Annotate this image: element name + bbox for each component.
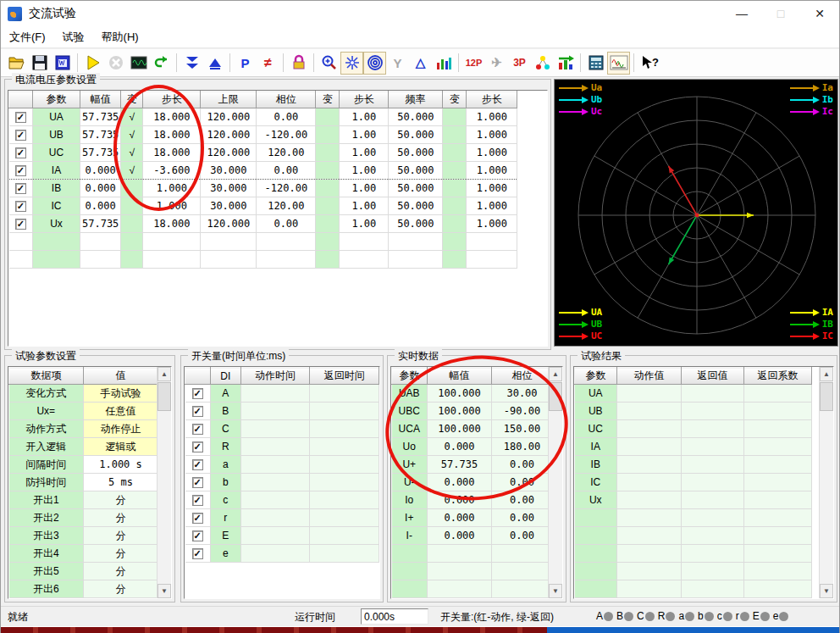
- three-phase-button[interactable]: 3P: [508, 52, 531, 75]
- param-value[interactable]: [316, 197, 340, 215]
- setting-value[interactable]: 分: [84, 545, 158, 563]
- param-value[interactable]: [121, 215, 143, 233]
- setting-row[interactable]: 开出1分: [9, 491, 158, 509]
- setting-name[interactable]: 开出3: [9, 527, 84, 545]
- main-col-header[interactable]: 变: [121, 92, 143, 108]
- setting-row[interactable]: Ux=任意值: [9, 403, 158, 420]
- param-value[interactable]: 57.735: [80, 144, 121, 162]
- result-param[interactable]: [575, 598, 617, 600]
- param-name[interactable]: IB: [33, 180, 80, 197]
- setting-row[interactable]: 开入逻辑逻辑或: [9, 438, 158, 456]
- param-value[interactable]: [443, 108, 467, 126]
- trend-chart-button[interactable]: [554, 52, 577, 75]
- param-row[interactable]: ✓Ux57.73518.000120.0000.001.0050.0001.00…: [9, 215, 517, 233]
- param-value[interactable]: 18.000: [143, 108, 201, 126]
- param-name[interactable]: IC: [33, 197, 80, 215]
- result-param[interactable]: UB: [575, 403, 617, 420]
- main-col-header[interactable]: 步长: [340, 92, 389, 108]
- row-checkbox[interactable]: ✓: [192, 424, 203, 435]
- param-value[interactable]: 1.00: [340, 126, 389, 144]
- row-checkbox[interactable]: ✓: [192, 495, 203, 506]
- setting-name[interactable]: 开出4: [9, 545, 84, 563]
- param-value[interactable]: 0.00: [257, 162, 316, 180]
- param-value[interactable]: 18.000: [143, 215, 201, 233]
- measure-amplitude[interactable]: 100.000: [428, 403, 492, 420]
- param-value[interactable]: 1.000: [467, 108, 517, 126]
- setting-value[interactable]: 分: [84, 491, 158, 509]
- measure-amplitude[interactable]: 0.000: [428, 491, 492, 509]
- test-params-header[interactable]: 数据项: [9, 368, 84, 385]
- row-checkbox[interactable]: ✓: [192, 459, 203, 470]
- save-report-button[interactable]: [51, 52, 74, 75]
- setting-row[interactable]: 动作方式动作停止: [9, 420, 158, 438]
- result-param[interactable]: IA: [575, 438, 617, 456]
- main-col-header[interactable]: 上限: [201, 92, 257, 108]
- realtime-scrollbar[interactable]: ▲ ▼: [548, 367, 562, 598]
- row-checkbox[interactable]: ✓: [192, 530, 203, 541]
- param-value[interactable]: √: [121, 108, 143, 126]
- measure-phase[interactable]: 0.00: [492, 527, 553, 545]
- param-value[interactable]: 50.000: [389, 197, 443, 215]
- row-checkbox[interactable]: ✓: [15, 201, 26, 212]
- di-name[interactable]: C: [210, 420, 240, 438]
- undo-button[interactable]: [150, 52, 173, 75]
- measure-phase[interactable]: 0.00: [492, 509, 553, 527]
- param-value[interactable]: √: [121, 144, 143, 162]
- burst-view-button[interactable]: [340, 52, 363, 75]
- param-value[interactable]: 50.000: [389, 215, 443, 233]
- close-button[interactable]: ✕: [800, 1, 839, 26]
- measure-name[interactable]: Uo: [392, 438, 428, 456]
- context-help-button[interactable]: ?: [638, 52, 660, 75]
- switch-row[interactable]: ✓A: [185, 385, 379, 403]
- switch-header[interactable]: [185, 368, 211, 385]
- param-name[interactable]: IA: [33, 162, 80, 180]
- param-value[interactable]: 18.000: [143, 126, 201, 144]
- scroll-up-icon[interactable]: ▲: [549, 367, 562, 381]
- row-checkbox[interactable]: ✓: [192, 477, 203, 488]
- realtime-header[interactable]: 参数: [392, 368, 428, 385]
- param-value[interactable]: 50.000: [389, 162, 443, 180]
- test-params-scrollbar[interactable]: ▲ ▼: [157, 367, 171, 598]
- param-value[interactable]: 50.000: [389, 108, 443, 126]
- realtime-header[interactable]: 幅值: [428, 368, 492, 385]
- param-value[interactable]: 30.000: [201, 162, 257, 180]
- measure-phase[interactable]: 0.00: [492, 474, 553, 491]
- switch-header[interactable]: 返回时间: [310, 368, 379, 385]
- row-checkbox[interactable]: ✓: [192, 441, 203, 453]
- setting-name[interactable]: 开入逻辑: [9, 438, 84, 456]
- row-checkbox[interactable]: ✓: [192, 548, 203, 559]
- setting-value[interactable]: 任意值: [84, 403, 158, 420]
- setting-name[interactable]: 变化方式: [9, 385, 84, 403]
- result-param[interactable]: UA: [575, 385, 617, 403]
- main-col-header[interactable]: 步长: [143, 92, 201, 108]
- param-name[interactable]: UB: [33, 126, 80, 144]
- measure-amplitude[interactable]: 0.000: [428, 509, 492, 527]
- param-value[interactable]: 1.00: [340, 180, 389, 197]
- menu-help[interactable]: 帮助(H): [93, 27, 147, 47]
- di-name[interactable]: e: [210, 545, 240, 563]
- param-value[interactable]: 0.000: [80, 197, 121, 215]
- di-name[interactable]: E: [210, 527, 240, 545]
- setting-row[interactable]: 开出3分: [9, 527, 158, 545]
- setting-name[interactable]: 开出2: [9, 509, 84, 527]
- harmonic-bars-button[interactable]: [432, 52, 455, 75]
- param-value[interactable]: √: [121, 162, 143, 180]
- setting-name[interactable]: 开出6: [9, 580, 84, 598]
- param-value[interactable]: 120.000: [201, 108, 257, 126]
- setting-value[interactable]: 分: [84, 563, 158, 580]
- setting-row[interactable]: 变化方式手动试验: [9, 385, 158, 403]
- result-param[interactable]: [575, 563, 617, 580]
- param-value[interactable]: [316, 215, 340, 233]
- param-value[interactable]: 1.00: [340, 144, 389, 162]
- results-header[interactable]: 参数: [575, 368, 617, 385]
- result-param[interactable]: Ux: [575, 491, 617, 509]
- start-test-button[interactable]: [81, 52, 104, 75]
- measure-amplitude[interactable]: 0.000: [428, 474, 492, 491]
- minimize-button[interactable]: —: [722, 1, 761, 26]
- calculator-button[interactable]: [584, 52, 607, 75]
- param-value[interactable]: -3.600: [143, 162, 201, 180]
- result-param[interactable]: [575, 509, 617, 527]
- param-value[interactable]: 1.000: [467, 180, 517, 197]
- di-name[interactable]: A: [210, 385, 240, 403]
- setting-value[interactable]: 分: [84, 527, 158, 545]
